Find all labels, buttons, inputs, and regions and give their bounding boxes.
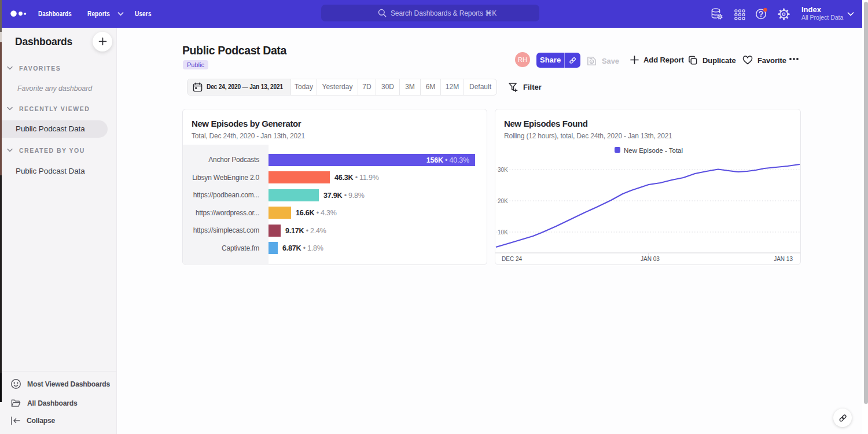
svg-text:New Episode - Total: New Episode - Total	[624, 147, 683, 154]
svg-text:30K: 30K	[498, 167, 508, 173]
svg-text:10K: 10K	[498, 229, 508, 236]
svg-text:20K: 20K	[498, 198, 508, 204]
